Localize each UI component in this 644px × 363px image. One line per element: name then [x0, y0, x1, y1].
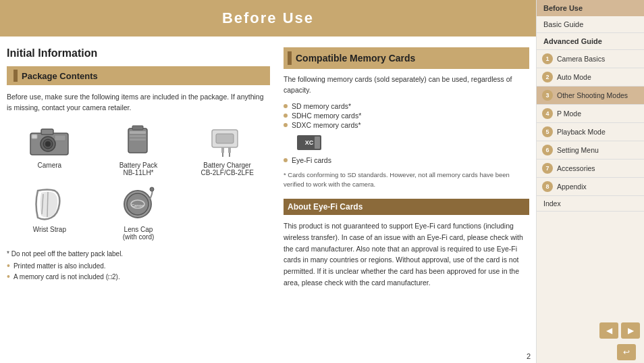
bullet-dot: [284, 123, 288, 127]
compat-footnote: * Cards conforming to SD standards. Howe…: [284, 170, 529, 190]
svg-text:Canon: Canon: [132, 203, 144, 208]
battery-pack-icon: [115, 122, 162, 159]
svg-rect-27: [315, 137, 320, 149]
items-row2: Wrist Strap Canon: [7, 186, 270, 241]
package-contents-header: Package Contents: [7, 66, 270, 85]
nav-home-row: ↩: [537, 341, 644, 363]
right-column: Compatible Memory Cards The following me…: [284, 47, 529, 349]
sidebar-label-camera-basics: Camera Basics: [557, 55, 605, 63]
sidebar-before-use[interactable]: Before Use: [537, 0, 644, 16]
sidebar-num-2: 2: [542, 72, 553, 82]
bullet-dot: [284, 114, 288, 118]
svg-point-24: [150, 187, 154, 191]
camera-icon: [26, 122, 73, 159]
compat-section: Compatible Memory Cards The following me…: [284, 47, 529, 189]
sidebar-label-auto-mode: Auto Mode: [557, 73, 591, 81]
nav-home-button[interactable]: ↩: [617, 344, 636, 360]
svg-rect-5: [32, 135, 37, 139]
svg-line-19: [47, 192, 48, 217]
bullet-dot: [284, 158, 288, 162]
strap-label: Wrist Strap: [33, 226, 66, 233]
lenscap-icon: Canon: [115, 186, 162, 223]
header-bar: [14, 70, 18, 82]
sidebar-num-5: 5: [542, 126, 553, 137]
svg-rect-4: [41, 129, 53, 135]
package-desc: Before use, make sure the following item…: [7, 92, 270, 114]
nav-next-button[interactable]: ▶: [621, 322, 640, 339]
item-empty: [184, 186, 270, 241]
svg-rect-8: [132, 126, 143, 130]
compat-item-1: SDHC memory cards*: [284, 111, 529, 120]
charger-icon: [204, 122, 251, 159]
svg-rect-14: [221, 147, 224, 153]
item-lenscap: Canon Lens Cap(with cord): [96, 186, 182, 241]
compat-desc: The following memory cards (sold separat…: [284, 74, 529, 96]
sidebar-item-accessories[interactable]: 7 Accessories: [537, 160, 644, 178]
strap-icon: [26, 186, 73, 223]
sidebar-item-p-mode[interactable]: 4 P Mode: [537, 105, 644, 123]
sidebar-item-other-shooting[interactable]: 3 Other Shooting Modes: [537, 87, 644, 105]
footnote-bullet-1: • Printed matter is also included.: [7, 261, 270, 272]
footnotes: * Do not peel off the battery pack label…: [7, 249, 270, 283]
bullet-dot: [284, 104, 288, 108]
compat-list-eyefi: Eye-Fi cards: [284, 155, 529, 165]
section-title: Initial Information: [7, 47, 270, 59]
sidebar-num-3: 3: [542, 90, 553, 101]
sidebar-basic-guide[interactable]: Basic Guide: [537, 16, 644, 33]
sidebar-index[interactable]: Index: [537, 196, 644, 212]
page-number: 2: [0, 349, 536, 363]
package-contents-label: Package Contents: [22, 71, 98, 81]
svg-rect-13: [216, 134, 234, 143]
sidebar: Before Use Basic Guide Advanced Guide 1 …: [536, 0, 644, 363]
footnote-star: * Do not peel off the battery pack label…: [7, 249, 270, 260]
sidebar-num-7: 7: [542, 163, 553, 174]
charger-label: Battery ChargerCB-2LF/CB-2LFE: [200, 162, 253, 176]
lenscap-label: Lens Cap(with cord): [123, 226, 155, 241]
item-charger: Battery ChargerCB-2LF/CB-2LFE: [184, 122, 270, 176]
svg-rect-10: [130, 135, 146, 137]
footnote-bullet-2: • A memory card is not included (□2).: [7, 272, 270, 283]
sidebar-item-setting-menu[interactable]: 6 Setting Menu: [537, 141, 644, 160]
nav-prev-button[interactable]: ◀: [599, 322, 618, 339]
compat-list: SD memory cards* SDHC memory cards* SDXC…: [284, 101, 529, 130]
items-grid: Camera Battery PackNB-11LH*: [7, 122, 270, 176]
nav-row: ◀ ▶: [537, 320, 644, 341]
left-column: Initial Information Package Contents Bef…: [7, 47, 270, 349]
sidebar-label-setting-menu: Setting Menu: [557, 146, 599, 154]
compat-item-0: SD memory cards*: [284, 101, 529, 111]
eyefi-title: About Eye-Fi Cards: [288, 202, 363, 212]
sidebar-item-appendix[interactable]: 8 Appendix: [537, 178, 644, 196]
sidebar-item-auto-mode[interactable]: 2 Auto Mode: [537, 68, 644, 87]
main-content: Before Use Initial Information Package C…: [0, 0, 536, 363]
svg-rect-11: [130, 139, 146, 141]
camera-label: Camera: [38, 162, 62, 169]
sidebar-item-camera-basics[interactable]: 1 Camera Basics: [537, 50, 644, 68]
eyefi-header: About Eye-Fi Cards: [284, 199, 529, 215]
sidebar-label-appendix: Appendix: [557, 183, 587, 191]
sidebar-num-8: 8: [542, 181, 553, 192]
compat-item-2: SDXC memory cards*: [284, 120, 529, 130]
sidebar-num-4: 4: [542, 108, 553, 119]
sidebar-num-1: 1: [542, 53, 553, 64]
page-title: Before Use: [0, 9, 536, 27]
compat-header: Compatible Memory Cards: [284, 47, 529, 69]
sdxc-icon: XC: [297, 135, 529, 151]
bullet-dot-1: •: [7, 261, 10, 270]
item-strap: Wrist Strap: [7, 186, 92, 241]
compat-title: Compatible Memory Cards: [296, 53, 415, 64]
svg-rect-9: [130, 131, 146, 134]
battery-label: Battery PackNB-11LH*: [119, 162, 158, 176]
bullet-dot-2: •: [7, 272, 10, 281]
svg-text:XC: XC: [305, 139, 314, 146]
sidebar-label-other-shooting: Other Shooting Modes: [557, 91, 628, 99]
compat-item-eyefi: Eye-Fi cards: [284, 155, 529, 165]
item-camera: Camera: [7, 122, 92, 176]
eyefi-section: About Eye-Fi Cards This product is not g…: [284, 199, 529, 289]
svg-rect-15: [228, 147, 231, 153]
sidebar-advanced-guide[interactable]: Advanced Guide: [537, 33, 644, 50]
sidebar-spacer: [537, 212, 644, 320]
sidebar-label-p-mode: P Mode: [557, 110, 581, 118]
sidebar-label-accessories: Accessories: [557, 164, 595, 172]
svg-rect-6: [55, 135, 65, 141]
sidebar-item-playback[interactable]: 5 Playback Mode: [537, 123, 644, 141]
